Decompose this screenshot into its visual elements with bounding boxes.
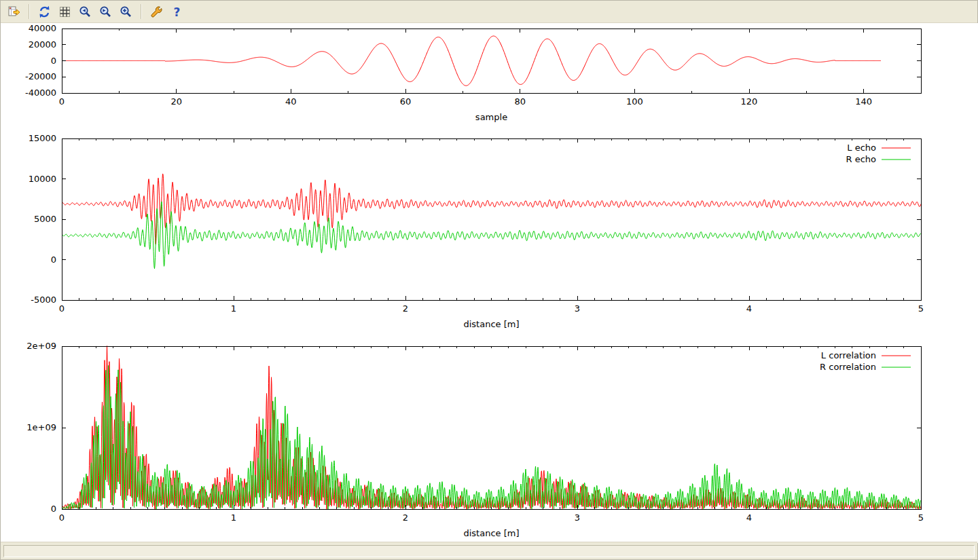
y-tick-label: 20000 (29, 39, 56, 50)
x-tick-label: 5 (918, 512, 924, 523)
y-tick-label: 5000 (34, 214, 56, 224)
x-tick-label: 0 (59, 512, 65, 523)
copy-to-clipboard-icon (7, 5, 21, 19)
x-axis-label: sample (475, 112, 507, 122)
tick-marks (62, 346, 921, 509)
y-tick-label: 10000 (29, 174, 56, 184)
y-tick-label: 0 (51, 56, 56, 66)
toolbar-separator (141, 4, 142, 19)
y-tick-label: -40000 (25, 88, 56, 98)
plot-series-group (62, 346, 921, 509)
y-tick-label: 0 (51, 504, 56, 514)
x-tick-label: 20 (170, 96, 182, 107)
x-tick-label: 100 (626, 96, 643, 107)
x-tick-label: 1 (231, 512, 236, 523)
legend-label: R echo (846, 154, 876, 164)
y-tick-label: 0 (51, 255, 56, 265)
zoom-previous-button[interactable] (76, 3, 94, 21)
replot-button[interactable] (35, 3, 54, 21)
series-r-echo-line (62, 202, 921, 269)
legend-label: R correlation (820, 362, 876, 372)
zoom-next-icon (98, 5, 113, 19)
x-axis-label: distance [m] (463, 319, 519, 329)
x-tick-label: 40 (285, 96, 297, 107)
status-text (3, 545, 975, 557)
help-question-icon: ? (170, 5, 184, 19)
x-tick-label: 140 (855, 96, 872, 107)
autoscale-button[interactable] (117, 3, 135, 21)
tick-marks (62, 138, 921, 300)
y-tick-label: -20000 (25, 71, 56, 81)
y-tick-label: 1e+09 (26, 422, 56, 432)
y-tick-label: 2e+09 (26, 341, 56, 351)
plot-border (62, 346, 921, 509)
x-tick-label: 2 (403, 512, 408, 523)
autoscale-zoom-icon (119, 5, 133, 19)
toolbar: ? (1, 1, 977, 23)
y-tick-label: -5000 (31, 295, 56, 305)
x-tick-label: 120 (741, 96, 758, 107)
series-signal-line (62, 36, 881, 86)
help-button[interactable]: ? (168, 3, 186, 21)
plot-border (62, 138, 921, 300)
plot-border (62, 29, 921, 93)
x-tick-label: 0 (59, 303, 65, 314)
series-l-correlation-line (62, 346, 921, 509)
plot-series-group (62, 36, 881, 86)
status-bar (1, 542, 977, 559)
gnuplot-window: ? 020406080100120140-40000-2000002000040… (0, 0, 978, 560)
x-tick-label: 5 (918, 303, 924, 314)
legend-label: L echo (847, 143, 876, 153)
y-tick-label: 40000 (29, 23, 56, 33)
plot-series-group (62, 174, 921, 269)
y-tick-label: 15000 (29, 133, 56, 143)
svg-text:?: ? (174, 5, 181, 18)
x-tick-label: 3 (575, 303, 580, 314)
replot-refresh-icon (37, 5, 52, 19)
x-tick-label: 1 (231, 303, 236, 314)
x-tick-label: 4 (746, 512, 752, 523)
zoom-next-button[interactable] (96, 3, 115, 21)
x-tick-label: 80 (514, 96, 526, 107)
echo-chart[interactable]: 012345-5000050001000015000distance [m]L … (1, 127, 978, 335)
legend-label: L correlation (821, 350, 876, 360)
copy-to-clipboard-button[interactable] (5, 3, 23, 21)
tick-marks (62, 29, 921, 93)
x-axis-label: distance [m] (463, 528, 519, 538)
signal-waveform-chart[interactable]: 020406080100120140-40000-200000200004000… (1, 23, 978, 127)
grid-icon (58, 5, 72, 19)
x-tick-label: 60 (400, 96, 412, 107)
x-tick-label: 3 (575, 512, 580, 523)
x-tick-label: 4 (746, 303, 752, 314)
plot-canvas: 020406080100120140-40000-200000200004000… (1, 23, 978, 543)
wrench-icon (149, 5, 164, 19)
correlation-chart[interactable]: 01234501e+092e+09distance [m]L correlati… (1, 335, 978, 543)
x-tick-label: 0 (59, 96, 65, 107)
zoom-previous-icon (78, 5, 92, 19)
configure-button[interactable] (147, 3, 166, 21)
x-tick-label: 2 (403, 303, 408, 314)
toolbar-separator (29, 4, 30, 19)
toggle-grid-button[interactable] (56, 3, 74, 21)
